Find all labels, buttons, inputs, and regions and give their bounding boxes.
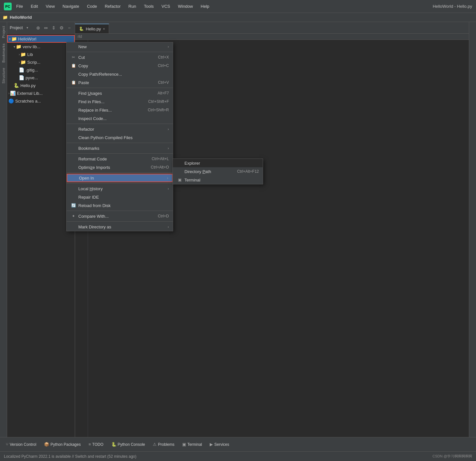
menu-item-paste[interactable]: 📋 Paste Ctrl+V bbox=[67, 78, 173, 87]
menu-item-reformat-code[interactable]: Reformat Code Ctrl+Alt+L bbox=[67, 155, 173, 163]
menu-item-find-in-files[interactable]: Find in Files... Ctrl+Shift+F bbox=[67, 97, 173, 106]
menu-item-cut[interactable]: ✂ Cut Ctrl+X bbox=[67, 53, 173, 61]
separator-2 bbox=[67, 88, 173, 88]
tool-version-control-label: Version Control bbox=[10, 442, 36, 447]
tree-label-pyvenv: pyve... bbox=[26, 75, 38, 80]
tree-item-scratches[interactable]: 🔵 Scratches a... bbox=[7, 97, 75, 105]
tool-services[interactable]: ▶ Services bbox=[206, 441, 232, 448]
window-title: HelloWorld - Hello.py bbox=[433, 4, 472, 9]
menu-item-inspect-code[interactable]: Inspect Code... bbox=[67, 114, 173, 123]
tree-item-helloworld[interactable]: ▾ 📁 HelloWorl bbox=[7, 35, 75, 43]
chevron-venv: ▾ bbox=[14, 45, 15, 49]
project-toolbar: Project ▾ ⊕ ⇔ ⇕ ⚙ − bbox=[7, 22, 75, 34]
tree-item-venv[interactable]: ▾ 📁 venv lib... bbox=[7, 43, 75, 50]
menu-run[interactable]: Run bbox=[127, 3, 138, 9]
find-in-files-shortcut: Ctrl+Shift+F bbox=[148, 99, 169, 104]
tree-item-pyvenv[interactable]: 📄 pyve... bbox=[7, 74, 75, 82]
sidebar-tab-structure[interactable]: Structure bbox=[1, 65, 6, 86]
editor-tab-hello-py[interactable]: 🐍 Hello.py × bbox=[75, 24, 109, 33]
menu-view[interactable]: View bbox=[44, 3, 56, 9]
menu-item-replace-in-files[interactable]: Replace in Files... Ctrl+Shift+R bbox=[67, 106, 173, 114]
tool-python-packages[interactable]: 📦 Python Packages bbox=[41, 441, 84, 448]
tab-label: Hello.py bbox=[86, 27, 101, 31]
project-dropdown-arrow[interactable]: ▾ bbox=[27, 26, 28, 29]
tree-item-lib[interactable]: › 📁 Lib bbox=[7, 50, 75, 58]
toolbar-add-icon[interactable]: ⊕ bbox=[35, 25, 41, 31]
status-message: Localized PyCharm 2022.1 is available //… bbox=[4, 454, 433, 459]
submenu-item-directory-path[interactable]: Directory Path Ctrl+Alt+F12 bbox=[173, 167, 263, 176]
menu-help[interactable]: Help bbox=[199, 3, 211, 9]
toolbar-gear-icon[interactable]: ⚙ bbox=[59, 25, 64, 31]
cut-shortcut: Ctrl+X bbox=[158, 55, 169, 60]
tool-problems-label: Problems bbox=[158, 442, 174, 447]
tree-item-gitignore[interactable]: 📄 .gitig... bbox=[7, 66, 75, 74]
tool-problems[interactable]: ⚠ Problems bbox=[149, 441, 178, 448]
menu-item-refactor[interactable]: Refactor › bbox=[67, 125, 173, 133]
sidebar-tab-project[interactable]: Project bbox=[1, 23, 6, 41]
toolbar-minimize-icon[interactable]: − bbox=[66, 25, 72, 31]
menu-clean-python-label: Clean Python Compiled Files bbox=[78, 135, 133, 140]
tool-python-console[interactable]: 🐍 Python Console bbox=[108, 441, 149, 448]
file-icon-hello-py: 🐍 bbox=[14, 83, 19, 88]
menu-item-bookmarks[interactable]: Bookmarks › bbox=[67, 144, 173, 152]
tool-version-control[interactable]: ⑂ Version Control bbox=[3, 441, 39, 448]
tree-item-external-lib[interactable]: › 📊 External Lib... bbox=[7, 89, 75, 97]
menu-repair-ide-label: Repair IDE bbox=[78, 195, 99, 200]
tool-terminal[interactable]: ▣ Terminal bbox=[179, 441, 205, 448]
menu-item-new[interactable]: New › bbox=[67, 42, 173, 51]
menu-tools[interactable]: Tools bbox=[143, 3, 155, 9]
menu-copy-path-label: Copy Path/Reference... bbox=[78, 72, 122, 77]
tool-todo[interactable]: ≡ TODO bbox=[85, 441, 106, 448]
project-panel: Project ▾ ⊕ ⇔ ⇕ ⚙ − ▾ 📁 HelloWorl ▾ 📁 ve… bbox=[7, 22, 75, 446]
reload-disk-icon: 🔄 bbox=[71, 203, 76, 208]
menu-item-copy-path[interactable]: Copy Path/Reference... bbox=[67, 70, 173, 78]
menu-reformat-label: Reformat Code bbox=[78, 157, 107, 161]
folder-icon-lib: 📁 bbox=[20, 52, 26, 57]
project-folder-icon: 📁 bbox=[3, 15, 8, 20]
toolbar-filter-icon[interactable]: ⇕ bbox=[51, 25, 57, 31]
file-icon-pyvenv: 📄 bbox=[19, 75, 24, 80]
menu-item-local-history[interactable]: Local History › bbox=[67, 184, 173, 193]
tree-label-scratches: Scratches a... bbox=[15, 99, 41, 104]
right-sidebar bbox=[469, 22, 476, 446]
menu-refactor[interactable]: Refactor bbox=[104, 3, 122, 9]
menu-file[interactable]: File bbox=[15, 3, 24, 9]
menu-vcs[interactable]: VCS bbox=[160, 3, 172, 9]
optimize-imports-shortcut: Ctrl+Alt+O bbox=[151, 165, 169, 170]
menu-edit[interactable]: Edit bbox=[29, 3, 39, 9]
new-submenu-arrow: › bbox=[168, 45, 169, 49]
menu-compare-with-label: Compare With... bbox=[78, 214, 109, 219]
tree-label-venv: venv lib... bbox=[23, 44, 40, 49]
menu-new-label: New bbox=[78, 44, 87, 49]
separator-8 bbox=[67, 211, 173, 211]
menu-code[interactable]: Code bbox=[86, 3, 98, 9]
menu-item-compare-with[interactable]: ✦ Compare With... Ctrl+D bbox=[67, 212, 173, 220]
separator-3 bbox=[67, 124, 173, 124]
left-sidebar-tabs: Project Bookmarks Structure bbox=[0, 22, 7, 446]
menu-window[interactable]: Window bbox=[177, 3, 194, 9]
file-icon-gitignore: 📄 bbox=[19, 67, 24, 72]
sidebar-tab-bookmarks[interactable]: Bookmarks bbox=[1, 41, 6, 65]
submenu-item-terminal[interactable]: ▣ Terminal bbox=[173, 176, 263, 184]
toolbar-collapse-icon[interactable]: ⇔ bbox=[43, 25, 49, 31]
tab-file-icon: 🐍 bbox=[79, 27, 84, 31]
menu-item-open-in[interactable]: Open In › bbox=[67, 174, 173, 182]
menu-item-find-usages[interactable]: Find Usages Alt+F7 bbox=[67, 89, 173, 97]
separator-1 bbox=[67, 52, 173, 52]
compare-with-icon: ✦ bbox=[71, 214, 76, 218]
submenu-item-explorer[interactable]: Explorer bbox=[173, 159, 263, 167]
menu-item-clean-python[interactable]: Clean Python Compiled Files bbox=[67, 133, 173, 142]
separator-9 bbox=[67, 221, 173, 222]
menu-item-repair-ide[interactable]: Repair IDE bbox=[67, 193, 173, 201]
menu-item-optimize-imports[interactable]: Optimize Imports Ctrl+Alt+O bbox=[67, 163, 173, 171]
tab-close-icon[interactable]: × bbox=[103, 27, 105, 31]
tree-item-hello-py[interactable]: 🐍 Hello.py bbox=[7, 82, 75, 89]
menu-item-mark-directory[interactable]: Mark Directory as › bbox=[67, 223, 173, 231]
menu-navigate[interactable]: Navigate bbox=[61, 3, 80, 9]
breadcrumb: rld bbox=[75, 34, 469, 40]
tree-label-helloworld: HelloWorl bbox=[18, 37, 36, 41]
tree-item-scripts[interactable]: › 📁 Scrip... bbox=[7, 58, 75, 66]
menu-item-copy[interactable]: 📋 Copy Ctrl+C bbox=[67, 61, 173, 70]
project-toolbar-title: Project bbox=[10, 25, 23, 30]
menu-item-reload-disk[interactable]: 🔄 Reload from Disk bbox=[67, 201, 173, 210]
